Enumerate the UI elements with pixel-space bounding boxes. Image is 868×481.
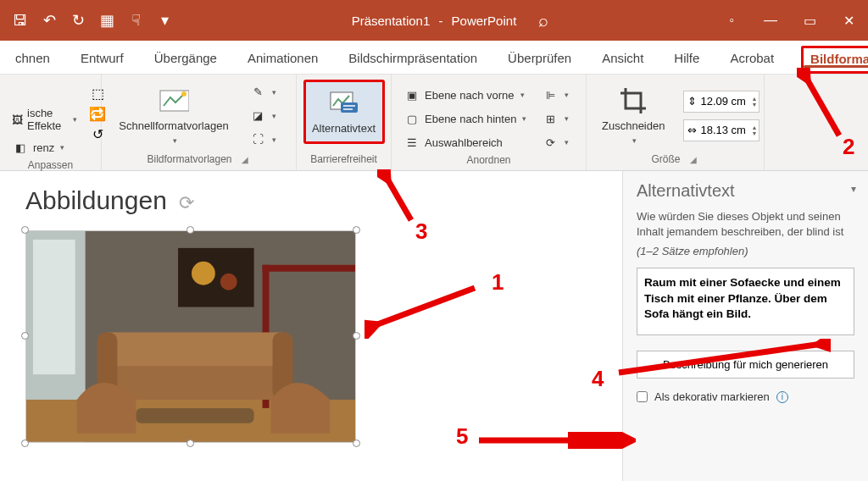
tab-entwurf[interactable]: Entwurf bbox=[77, 44, 127, 74]
height-up[interactable]: ▲ bbox=[751, 96, 757, 102]
dialog-launcher-vorlagen[interactable]: ◢ bbox=[239, 154, 251, 165]
tab-bildformat[interactable]: Bildformat bbox=[801, 46, 868, 74]
alt-text-input[interactable] bbox=[637, 268, 854, 335]
selection-label: Auswahlbereich bbox=[425, 136, 503, 149]
height-input[interactable] bbox=[700, 95, 748, 108]
tab-uebergaenge[interactable]: Übergänge bbox=[151, 44, 220, 74]
send-backward-button[interactable]: ▢Ebene nach hinten▾ bbox=[400, 108, 530, 129]
forward-label: Ebene nach vorne bbox=[425, 89, 515, 102]
pane-collapse-button[interactable]: ▾ bbox=[851, 183, 856, 195]
ribbon: 🖼 ische Effekte▾ ◧ renz▾ ⬚ 🔁 ↺ Anpassen bbox=[0, 75, 868, 171]
rotate-button[interactable]: ⟳▾ bbox=[538, 132, 572, 152]
qat-more-button[interactable]: ▾ bbox=[153, 8, 176, 32]
search-button[interactable]: ⌕ bbox=[538, 11, 548, 30]
window-title: Präsentation1 - PowerPoint bbox=[352, 14, 517, 28]
picture-layout-button[interactable]: ⛶▾ bbox=[246, 130, 280, 150]
alt-text-pane: Alternativtext ▾ Wie würden Sie dieses O… bbox=[622, 171, 868, 481]
pic-effects-icon: ◪ bbox=[249, 108, 266, 124]
alt-text-button[interactable]: Alternativtext bbox=[303, 80, 385, 144]
alt-text-label: Alternativtext bbox=[312, 122, 376, 135]
width-icon: ⇔ bbox=[687, 122, 697, 139]
width-down[interactable]: ▼ bbox=[751, 130, 757, 136]
selected-image[interactable] bbox=[25, 230, 356, 443]
svg-rect-3 bbox=[341, 102, 358, 113]
slideshow-button[interactable]: ▦ bbox=[95, 8, 119, 32]
app-name: PowerPoint bbox=[452, 14, 517, 28]
resize-handle[interactable] bbox=[186, 226, 194, 234]
resize-handle[interactable] bbox=[21, 440, 29, 447]
group-anordnen: ▣Ebene nach vorne▾ ▢Ebene nach hinten▾ ☰… bbox=[392, 75, 587, 170]
decorative-checkbox-row[interactable]: Als dekorativ markieren i bbox=[637, 390, 854, 403]
svg-rect-14 bbox=[263, 265, 355, 272]
backward-label: Ebene nach hinten bbox=[425, 113, 516, 125]
width-field[interactable]: ⇔ ▲▼ bbox=[683, 119, 760, 141]
align-button[interactable]: ⊫▾ bbox=[538, 85, 572, 105]
account-button[interactable]: ◦ bbox=[712, 0, 751, 41]
generate-description-button[interactable]: Beschreibung für mich generieren bbox=[637, 351, 854, 379]
save-button[interactable]: 🖫 bbox=[8, 8, 32, 32]
group-icon: ⊞ bbox=[542, 110, 559, 127]
rotation-handle-icon: ⟳ bbox=[179, 192, 194, 214]
slide-canvas[interactable]: Abbildungen ⟳ bbox=[0, 171, 622, 481]
align-icon: ⊫ bbox=[542, 86, 559, 103]
resize-handle[interactable] bbox=[353, 332, 360, 340]
width-up[interactable]: ▲ bbox=[751, 124, 757, 130]
height-field[interactable]: ⇕ ▲▼ bbox=[683, 91, 760, 113]
layout-icon: ⛶ bbox=[249, 131, 266, 148]
resize-handle[interactable] bbox=[21, 226, 29, 234]
picture-border-button[interactable]: ✎▾ bbox=[246, 82, 280, 102]
transparency-icon: ◧ bbox=[12, 139, 29, 156]
height-down[interactable]: ▼ bbox=[751, 102, 757, 108]
effects-icon: 🖼 bbox=[12, 111, 23, 128]
bring-forward-button[interactable]: ▣Ebene nach vorne▾ bbox=[400, 85, 530, 105]
crop-button[interactable]: Zuschneiden ▾ bbox=[595, 82, 671, 148]
ribbon-tabs: chnen Entwurf Übergänge Animationen Bild… bbox=[0, 41, 868, 75]
title-bar: 🖫 ↶ ↻ ▦ ☟ ▾ Präsentation1 - PowerPoint ⌕… bbox=[0, 0, 868, 41]
tab-hilfe[interactable]: Hilfe bbox=[670, 44, 703, 74]
forward-icon: ▣ bbox=[403, 86, 420, 103]
tab-ueberpruefen[interactable]: Überprüfen bbox=[504, 44, 575, 74]
workspace: Abbildungen ⟳ bbox=[0, 171, 868, 481]
quick-styles-button[interactable]: Schnellformatvorlagen ▾ bbox=[110, 82, 237, 148]
picture-effects-button[interactable]: ◪▾ bbox=[246, 106, 280, 126]
width-input[interactable] bbox=[700, 124, 748, 136]
group-label-anordnen: Anordnen bbox=[466, 154, 510, 166]
quick-styles-icon bbox=[159, 86, 189, 116]
tab-acrobat[interactable]: Acrobat bbox=[726, 44, 777, 74]
resize-handle[interactable] bbox=[353, 440, 360, 447]
group-label-vorlagen: Bildformatvorlagen bbox=[147, 153, 231, 165]
undo-button[interactable]: ↶ bbox=[37, 8, 61, 32]
maximize-button[interactable]: ▭ bbox=[790, 0, 829, 41]
slide-title[interactable]: Abbildungen bbox=[25, 186, 167, 214]
height-icon: ⇕ bbox=[687, 93, 697, 110]
minimize-button[interactable]: — bbox=[751, 0, 790, 41]
transparency-button[interactable]: ◧ renz▾ bbox=[8, 137, 81, 158]
alt-text-icon bbox=[329, 88, 359, 119]
svg-point-12 bbox=[220, 274, 237, 290]
svg-point-11 bbox=[192, 262, 215, 285]
group-label-anpassen: Anpassen bbox=[28, 159, 73, 171]
tab-zeichnen[interactable]: chnen bbox=[12, 44, 53, 74]
artistic-effects-button[interactable]: 🖼 ische Effekte▾ bbox=[8, 105, 81, 134]
svg-point-1 bbox=[181, 91, 186, 97]
group-objects-button[interactable]: ⊞▾ bbox=[538, 108, 572, 129]
window-controls: ◦ — ▭ ✕ bbox=[712, 0, 868, 41]
rotate-icon: ⟳ bbox=[542, 134, 559, 151]
border-icon: ✎ bbox=[249, 84, 266, 101]
resize-handle[interactable] bbox=[186, 440, 194, 447]
selection-pane-button[interactable]: ☰Auswahlbereich bbox=[400, 132, 530, 152]
close-window-button[interactable]: ✕ bbox=[829, 0, 868, 41]
tab-bildschirmpraesentation[interactable]: Bildschirmpräsentation bbox=[345, 44, 481, 74]
info-icon[interactable]: i bbox=[776, 391, 788, 403]
redo-button[interactable]: ↻ bbox=[66, 8, 90, 32]
resize-handle[interactable] bbox=[353, 226, 360, 234]
dialog-launcher-groesse[interactable]: ◢ bbox=[687, 154, 699, 165]
tab-animationen[interactable]: Animationen bbox=[244, 44, 321, 74]
transparency-label: renz bbox=[33, 141, 54, 154]
group-label-barrierefreiheit: Barrierefreiheit bbox=[310, 153, 377, 165]
decorative-checkbox[interactable] bbox=[637, 391, 648, 402]
touch-mode-button[interactable]: ☟ bbox=[124, 8, 147, 32]
group-anpassen: 🖼 ische Effekte▾ ◧ renz▾ ⬚ 🔁 ↺ Anpassen bbox=[0, 75, 102, 170]
svg-rect-16 bbox=[103, 332, 288, 366]
tab-ansicht[interactable]: Ansicht bbox=[598, 44, 647, 74]
